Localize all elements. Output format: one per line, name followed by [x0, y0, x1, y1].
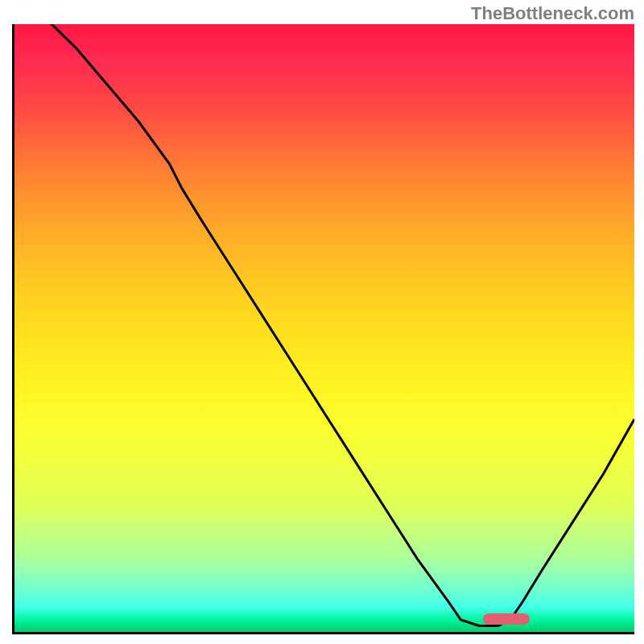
- gradient-background: [14, 24, 634, 632]
- plot-area: [12, 24, 634, 634]
- watermark-text: TheBottleneck.com: [471, 3, 634, 24]
- optimal-range-marker: [483, 613, 530, 625]
- chart-container: TheBottleneck.com: [0, 0, 644, 644]
